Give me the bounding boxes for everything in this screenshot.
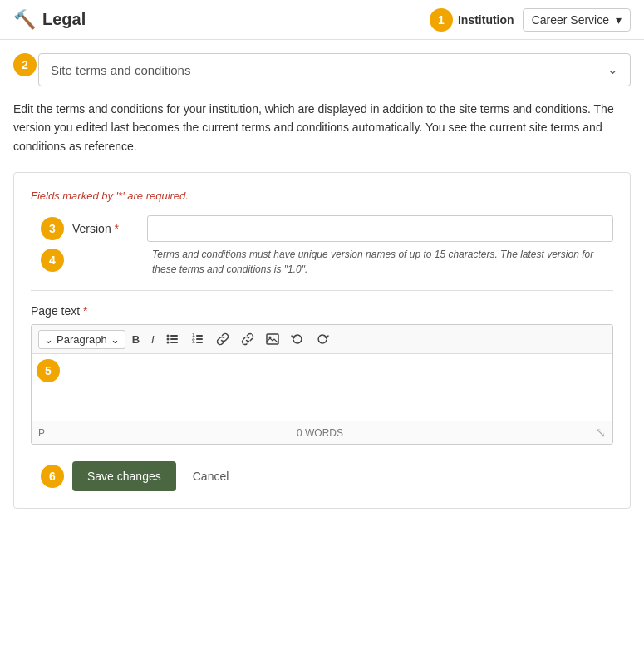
rich-text-editor: ⌄ Paragraph ⌄ B I bbox=[31, 324, 613, 445]
app-title: Legal bbox=[42, 10, 86, 29]
description-text: Edit the terms and conditions for your i… bbox=[13, 100, 631, 155]
version-hint-row: 4 Terms and conditions must have unique … bbox=[72, 247, 613, 277]
resize-handle[interactable]: ⤡ bbox=[595, 425, 606, 441]
undo-button[interactable] bbox=[286, 329, 309, 349]
site-terms-dropdown[interactable]: Site terms and conditions ⌄ bbox=[38, 53, 631, 86]
image-icon bbox=[266, 332, 279, 346]
editor-toolbar: ⌄ Paragraph ⌄ B I bbox=[32, 325, 612, 354]
bold-button[interactable]: B bbox=[127, 330, 145, 349]
editor-footer: P 0 WORDS ⤡ bbox=[32, 421, 612, 444]
svg-text:3.: 3. bbox=[192, 339, 195, 344]
hammer-icon: 🔨 bbox=[13, 9, 36, 31]
ordered-list-button[interactable]: 1. 2. 3. bbox=[186, 329, 209, 349]
image-button[interactable] bbox=[261, 329, 284, 349]
page-text-label: Page text * bbox=[31, 304, 613, 318]
version-row: 3 Version * bbox=[72, 215, 613, 242]
italic-button[interactable]: I bbox=[146, 330, 160, 349]
bullet-list-icon bbox=[166, 332, 179, 346]
form-card: Fields marked by '*' are required. 3 Ver… bbox=[13, 172, 631, 509]
institution-badge: 1 Institution bbox=[430, 8, 514, 32]
svg-rect-3 bbox=[170, 338, 178, 340]
undo-icon bbox=[291, 332, 304, 346]
chevron-down-small-icon: ⌄ bbox=[44, 333, 53, 346]
link-icon bbox=[216, 332, 229, 346]
step4-badge: 4 bbox=[41, 249, 64, 272]
svg-rect-11 bbox=[196, 342, 203, 343]
version-field-wrap: 3 Version * 4 Terms and conditions must … bbox=[72, 215, 613, 277]
paragraph-label: Paragraph bbox=[57, 333, 107, 346]
main-content: 2 Site terms and conditions ⌄ Edit the t… bbox=[0, 40, 644, 529]
bullet-list-button[interactable] bbox=[161, 329, 184, 349]
institution-select[interactable]: Career Service ▾ bbox=[523, 8, 631, 32]
app-logo-title: 🔨 Legal bbox=[13, 9, 86, 31]
link-button[interactable] bbox=[211, 329, 234, 349]
chevron-down-icon: ▾ bbox=[616, 13, 622, 27]
divider bbox=[31, 290, 613, 291]
version-required-star: * bbox=[115, 222, 119, 235]
step1-badge: 1 bbox=[430, 8, 453, 32]
step3-badge: 3 bbox=[41, 217, 64, 240]
step6-badge: 6 bbox=[41, 465, 64, 488]
version-input[interactable] bbox=[147, 215, 613, 242]
svg-point-4 bbox=[166, 342, 169, 344]
page-text-required-star: * bbox=[83, 304, 87, 318]
section-row: 2 Site terms and conditions ⌄ bbox=[38, 53, 631, 86]
unlink-icon bbox=[241, 332, 254, 346]
actions-row: 6 Save changes Cancel bbox=[72, 461, 613, 491]
chevron-down-icon: ⌄ bbox=[607, 62, 618, 77]
redo-icon bbox=[316, 332, 329, 346]
heading-selector[interactable]: ⌄ Paragraph ⌄ bbox=[38, 330, 125, 349]
svg-point-2 bbox=[166, 338, 169, 341]
cancel-button[interactable]: Cancel bbox=[186, 461, 236, 491]
chevron-down-icon2: ⌄ bbox=[111, 333, 120, 346]
save-button[interactable]: Save changes bbox=[72, 461, 176, 491]
editor-paragraph-tag: P bbox=[38, 427, 45, 439]
word-count: 0 WORDS bbox=[297, 427, 343, 439]
version-input-wrap bbox=[147, 215, 613, 242]
institution-value: Career Service bbox=[532, 13, 609, 27]
redo-button[interactable] bbox=[311, 329, 334, 349]
svg-rect-9 bbox=[196, 338, 203, 340]
app-header: 🔨 Legal 1 Institution Career Service ▾ bbox=[0, 0, 644, 40]
version-label: Version * bbox=[72, 222, 139, 235]
unlink-button[interactable] bbox=[236, 329, 259, 349]
version-hint: Terms and conditions must have unique ve… bbox=[152, 247, 613, 277]
svg-rect-12 bbox=[267, 334, 278, 344]
required-note: Fields marked by '*' are required. bbox=[31, 190, 613, 202]
svg-rect-7 bbox=[196, 335, 203, 337]
step2-badge: 2 bbox=[13, 53, 37, 76]
svg-rect-5 bbox=[170, 342, 178, 343]
editor-body[interactable]: 5 bbox=[32, 354, 612, 421]
ordered-list-icon: 1. 2. 3. bbox=[191, 332, 204, 346]
step5-badge: 5 bbox=[37, 359, 60, 382]
header-right: 1 Institution Career Service ▾ bbox=[430, 8, 631, 32]
svg-rect-1 bbox=[170, 335, 178, 337]
dropdown-label: Site terms and conditions bbox=[51, 63, 190, 77]
svg-point-0 bbox=[166, 335, 169, 337]
institution-label: Institution bbox=[458, 13, 514, 27]
